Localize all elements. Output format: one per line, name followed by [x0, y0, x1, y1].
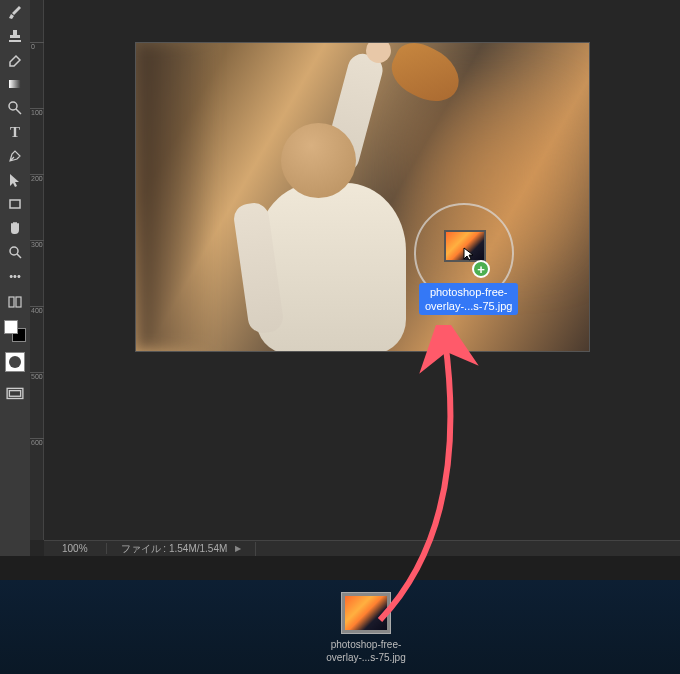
drop-plus-badge: + — [472, 260, 490, 278]
file-thumbnail — [341, 592, 391, 634]
shape-tool[interactable] — [4, 194, 26, 214]
svg-rect-0 — [9, 80, 21, 88]
desktop-file-item[interactable]: photoshop-free-overlay-...s-75.jpg — [306, 592, 426, 664]
screen-mode-toggle[interactable] — [5, 386, 25, 402]
zoom-tool[interactable] — [4, 242, 26, 262]
eraser-tool[interactable] — [4, 50, 26, 70]
status-bar: 100% ファイル : 1.54M/1.54M ▶ — [44, 540, 680, 556]
desktop-background[interactable]: photoshop-free-overlay-...s-75.jpg — [0, 580, 680, 674]
dragged-filename-label: photoshop-free-overlay-...s-75.jpg — [419, 283, 518, 315]
ruler-tick: 400 — [30, 306, 44, 314]
ruler-tick: 300 — [30, 240, 44, 248]
type-tool[interactable]: T — [4, 122, 26, 142]
svg-point-1 — [9, 102, 17, 110]
photo-content — [136, 43, 589, 351]
svg-rect-7 — [9, 391, 20, 397]
hand-tool[interactable] — [4, 218, 26, 238]
ruler-tick: 500 — [30, 372, 44, 380]
more-tools[interactable]: ••• — [4, 266, 26, 286]
svg-rect-4 — [9, 297, 14, 307]
zoom-level[interactable]: 100% — [44, 543, 107, 554]
document-canvas[interactable] — [135, 42, 590, 352]
edit-toolbar-icon[interactable] — [4, 292, 26, 312]
file-size-display[interactable]: ファイル : 1.54M/1.54M ▶ — [107, 542, 257, 556]
quick-mask-toggle[interactable] — [5, 352, 25, 372]
canvas-area[interactable]: + photoshop-free-overlay-...s-75.jpg — [44, 0, 680, 540]
color-swatches[interactable] — [4, 320, 26, 342]
svg-point-3 — [10, 247, 18, 255]
vertical-ruler[interactable]: 0 100 200 300 400 500 600 — [30, 0, 44, 540]
window-bottom-bar — [0, 556, 680, 580]
gradient-tool[interactable] — [4, 74, 26, 94]
stamp-tool[interactable] — [4, 26, 26, 46]
tools-panel: T ••• — [0, 0, 30, 580]
pen-tool[interactable] — [4, 146, 26, 166]
ruler-tick: 0 — [30, 42, 44, 50]
svg-rect-2 — [10, 200, 20, 208]
foreground-color-swatch[interactable] — [4, 320, 18, 334]
ruler-tick: 600 — [30, 438, 44, 446]
drag-drop-overlay: + photoshop-free-overlay-...s-75.jpg — [414, 218, 514, 318]
mixer-brush-tool[interactable] — [4, 2, 26, 22]
dodge-tool[interactable] — [4, 98, 26, 118]
ruler-tick: 100 — [30, 108, 44, 116]
file-name-label: photoshop-free-overlay-...s-75.jpg — [326, 638, 405, 664]
svg-rect-5 — [16, 297, 21, 307]
path-selection-tool[interactable] — [4, 170, 26, 190]
ruler-tick: 200 — [30, 174, 44, 182]
photoshop-window: T ••• 0 — [0, 0, 680, 580]
chevron-right-icon: ▶ — [235, 544, 241, 553]
